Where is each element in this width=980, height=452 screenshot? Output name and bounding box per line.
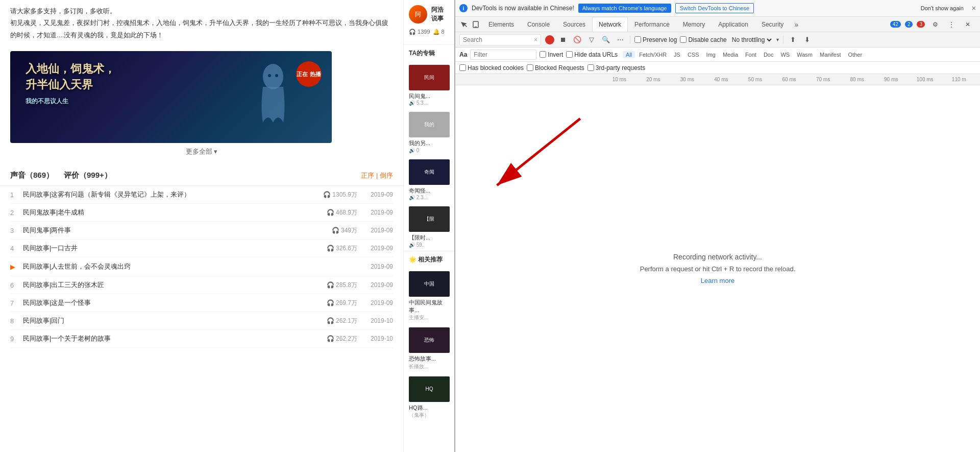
- search-button[interactable]: 🔍: [600, 34, 611, 45]
- order-asc[interactable]: 正序: [361, 172, 374, 179]
- track-title: 民间故事|出工三天的张木匠: [23, 280, 311, 290]
- track-item[interactable]: 6民间故事|出工三天的张木匠🎧 285.8万2019-09: [10, 276, 393, 294]
- recommend-item[interactable]: HQHQ路...（鬼事）: [404, 373, 454, 422]
- track-action-btn[interactable]: ↑: [301, 261, 311, 272]
- error-badge: 42: [890, 21, 901, 28]
- filter-ws[interactable]: WS: [777, 51, 793, 58]
- related-item[interactable]: 【限【限时...🔊 59.: [404, 203, 454, 250]
- related-item[interactable]: 民间民间鬼...🔊 5.3...: [404, 62, 454, 109]
- tab-console[interactable]: Console: [521, 17, 556, 32]
- settings-icon[interactable]: ⚙: [929, 18, 941, 31]
- blocked-requests-checkbox[interactable]: Blocked Requests: [527, 64, 584, 72]
- filter-input[interactable]: [474, 51, 533, 58]
- third-party-checkbox[interactable]: 3rd-party requests: [587, 64, 645, 72]
- track-action-btn[interactable]: 💬: [287, 261, 297, 272]
- more-all-button[interactable]: 更多全部 ▾: [10, 143, 393, 160]
- timeline-tick: 40 ms: [704, 74, 739, 85]
- filter-css[interactable]: CSS: [684, 51, 702, 58]
- related-plays: 🔊 59.: [409, 242, 449, 248]
- tab-sources[interactable]: Sources: [556, 17, 592, 32]
- filter-all[interactable]: All: [623, 51, 635, 58]
- has-blocked-cookies-checkbox[interactable]: Has blocked cookies: [459, 64, 524, 72]
- filter-manifest[interactable]: Manifest: [817, 51, 844, 58]
- learn-more-link[interactable]: Learn more: [701, 277, 734, 284]
- notif-text: DevTools is now available in Chinese!: [472, 5, 574, 12]
- match-language-button[interactable]: Always match Chrome's language: [578, 4, 671, 13]
- track-item[interactable]: ▶民间故事|人去世前，会不会灵魂出窍♡□💬↑2019-09: [10, 257, 393, 276]
- disable-cache-input[interactable]: [680, 36, 687, 43]
- track-item[interactable]: 3民间鬼事|两件事🎧 349万2019-09: [10, 222, 393, 240]
- tab-application[interactable]: Application: [712, 17, 755, 32]
- track-action-btn[interactable]: □: [273, 261, 283, 272]
- track-action-btn[interactable]: ♡: [258, 261, 268, 272]
- hide-data-urls-checkbox[interactable]: Hide data URLs: [566, 51, 618, 58]
- throttle-select[interactable]: No throttling: [730, 36, 773, 44]
- search-input[interactable]: [463, 36, 534, 43]
- filter-media[interactable]: Media: [720, 51, 741, 58]
- filter-button[interactable]: ▽: [586, 34, 597, 45]
- tab-memory[interactable]: Memory: [676, 17, 712, 32]
- blocked-requests-input[interactable]: [527, 64, 533, 71]
- tab-network[interactable]: Network: [592, 17, 628, 32]
- banner-image[interactable]: 入地仙，饲鬼术， 升半仙入天界 我的不思议人生 正在 热播: [10, 51, 332, 143]
- preserve-log-input[interactable]: [634, 36, 641, 43]
- search-x-icon[interactable]: ×: [534, 36, 537, 43]
- related-item[interactable]: 奇闻奇闻怪...🔊 2.3...: [404, 156, 454, 203]
- filter-doc[interactable]: Doc: [761, 51, 777, 58]
- search-box[interactable]: ×: [459, 34, 541, 45]
- tab-security[interactable]: Security: [755, 17, 790, 32]
- close-devtools-icon[interactable]: ✕: [962, 18, 974, 31]
- recommend-item[interactable]: 中国中国民间鬼故事...主播安...: [404, 268, 454, 325]
- track-item[interactable]: 2民间鬼故事|老牛成精🎧 468.9万2019-09: [10, 204, 393, 222]
- filter-font[interactable]: Font: [742, 51, 760, 58]
- stats-row: 🎧 1399 🔔 8: [409, 29, 449, 35]
- order-desc[interactable]: 倒序: [380, 172, 393, 179]
- invert-input[interactable]: [540, 51, 546, 58]
- dismiss-button[interactable]: Don't show again: [917, 4, 968, 13]
- more-tabs-icon[interactable]: »: [790, 18, 802, 31]
- tab-elements[interactable]: Elements: [482, 17, 521, 32]
- track-item[interactable]: 9民间故事|一个关于老树的故事🎧 262.2万2019-10: [10, 330, 393, 348]
- filter-wasm[interactable]: Wasm: [794, 51, 816, 58]
- section-order[interactable]: 正序 | 倒序: [361, 171, 393, 180]
- toolbar-sep-1: [630, 36, 630, 44]
- track-plays: 🎧 269.7万: [316, 299, 357, 307]
- track-item[interactable]: 1民间故事|这雾有问题（新专辑《灵异笔记》上架，来评）🎧 1305.9万2019…: [10, 186, 393, 204]
- recommend-name: 恐怖故事...: [409, 355, 449, 363]
- throttle-chevron[interactable]: ▾: [776, 37, 779, 42]
- has-blocked-cookies-input[interactable]: [459, 64, 466, 71]
- preserve-log-checkbox[interactable]: Preserve log: [634, 36, 677, 43]
- author-name[interactable]: 阿浩说事: [431, 6, 449, 23]
- third-party-input[interactable]: [587, 64, 594, 71]
- filter-fetch-xhr[interactable]: Fetch/XHR: [636, 51, 670, 58]
- track-item[interactable]: 8民间故事|回门🎧 262.1万2019-10: [10, 312, 393, 330]
- recommend-item[interactable]: 恐怖恐怖故事...长播故...: [404, 324, 454, 373]
- filter-other[interactable]: Other: [845, 51, 866, 58]
- record-button[interactable]: [545, 35, 554, 44]
- import-button[interactable]: ⬆: [788, 34, 799, 45]
- switch-devtools-button[interactable]: Switch DevTools to Chinese: [675, 3, 754, 13]
- filter-js[interactable]: JS: [671, 51, 683, 58]
- hot-badge: 正在 热播: [296, 61, 322, 87]
- middle-panel: 阿 阿浩说事 🎧 1399 🔔 8 TA的专辑 民间民间鬼...🔊 5.3...…: [403, 0, 454, 452]
- hide-data-urls-input[interactable]: [566, 51, 573, 58]
- track-item[interactable]: 7民间故事|这是一个怪事🎧 269.7万2019-09: [10, 294, 393, 312]
- track-item[interactable]: 4民间故事|一口古井🎧 326.6万2019-09: [10, 240, 393, 257]
- export-button[interactable]: ⬇: [802, 34, 813, 45]
- stop-button[interactable]: ⏹: [557, 34, 569, 45]
- more-network-btn[interactable]: ⋯: [615, 34, 626, 45]
- filter-input-box[interactable]: [470, 50, 536, 60]
- tab-performance[interactable]: Performance: [628, 17, 676, 32]
- invert-checkbox[interactable]: Invert: [540, 51, 563, 58]
- svg-rect-4: [475, 27, 477, 27]
- inspect-icon[interactable]: [457, 18, 470, 31]
- device-icon[interactable]: [470, 18, 482, 31]
- disable-cache-checkbox[interactable]: Disable cache: [680, 36, 726, 43]
- notif-close-icon[interactable]: ×: [972, 4, 976, 12]
- reviews-title: 评价（999+）: [64, 171, 112, 180]
- order-divider: |: [376, 172, 380, 179]
- related-item[interactable]: 我的我的另...🔊 0: [404, 109, 454, 156]
- filter-img[interactable]: Img: [703, 51, 719, 58]
- clear-button[interactable]: 🚫: [572, 34, 583, 45]
- more-options-icon[interactable]: ⋮: [945, 18, 958, 31]
